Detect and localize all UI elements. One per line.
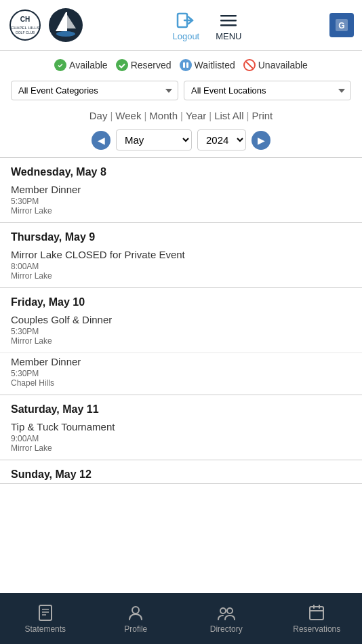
svg-point-1 bbox=[10, 10, 40, 40]
header: CH CHAPEL HILLS GOLF CLUB Logout bbox=[0, 0, 362, 51]
svg-rect-20 bbox=[186, 62, 188, 68]
svg-text:G: G bbox=[338, 21, 344, 31]
svg-rect-30 bbox=[310, 607, 323, 620]
view-year[interactable]: Year bbox=[186, 110, 206, 121]
chapel-hills-logo: CH CHAPEL HILLS GOLF CLUB bbox=[8, 7, 42, 44]
waitlisted-dot bbox=[180, 59, 192, 71]
reservations-icon bbox=[308, 604, 325, 622]
view-list-all[interactable]: List All bbox=[214, 110, 243, 121]
logout-label: Logout bbox=[172, 31, 199, 41]
day-header: Friday, May 10 bbox=[0, 288, 362, 311]
svg-point-18 bbox=[180, 60, 191, 71]
directory-label: Directory bbox=[210, 624, 243, 634]
view-week[interactable]: Week bbox=[115, 110, 141, 121]
nav-statements[interactable]: Statements bbox=[0, 593, 91, 644]
svg-line-22 bbox=[246, 62, 253, 68]
svg-rect-11 bbox=[220, 15, 237, 17]
reserved-label: Reserved bbox=[131, 60, 172, 71]
categories-select[interactable]: All Event Categories bbox=[11, 81, 178, 100]
event-item[interactable]: Mirror Lake CLOSED for Private Event 8:0… bbox=[0, 246, 362, 287]
nav-directory[interactable]: Directory bbox=[181, 593, 272, 644]
menu-button[interactable]: MENU bbox=[216, 9, 241, 41]
event-location: Chapel Hills bbox=[11, 378, 351, 388]
svg-rect-19 bbox=[183, 62, 185, 68]
event-item[interactable]: Couples Golf & Dinner 5:30PM Mirror Lake bbox=[0, 311, 362, 353]
svg-text:GOLF CLUB: GOLF CLUB bbox=[16, 31, 35, 35]
locations-select[interactable]: All Event Locations bbox=[184, 81, 351, 100]
unavailable-label: Unavailable bbox=[258, 60, 308, 71]
logos: CH CHAPEL HILLS GOLF CLUB bbox=[8, 7, 85, 44]
nav-reservations[interactable]: Reservations bbox=[272, 593, 363, 644]
logout-button[interactable]: Logout bbox=[172, 9, 199, 41]
event-item[interactable]: Member Dinner 5:30PM Mirror Lake bbox=[0, 181, 362, 222]
event-item[interactable]: Member Dinner 5:30PM Chapel Hills bbox=[0, 353, 362, 395]
event-location: Mirror Lake bbox=[11, 443, 351, 453]
event-time: 5:30PM bbox=[11, 369, 351, 378]
legend-waitlisted: Waitlisted bbox=[180, 59, 235, 71]
day-group: Thursday, May 9 Mirror Lake CLOSED for P… bbox=[0, 223, 362, 288]
statements-label: Statements bbox=[24, 624, 66, 634]
profile-label: Profile bbox=[124, 624, 147, 634]
view-toggle: Day | Week | Month | Year | List All | P… bbox=[0, 106, 362, 125]
event-time: 5:30PM bbox=[11, 197, 351, 206]
day-header: Wednesday, May 8 bbox=[0, 158, 362, 181]
legend: Available Reserved Waitlisted Unavailabl… bbox=[0, 51, 362, 75]
svg-point-16 bbox=[57, 62, 64, 68]
menu-label: MENU bbox=[216, 31, 241, 41]
day-group: Sunday, May 12 bbox=[0, 460, 362, 484]
view-month[interactable]: Month bbox=[149, 110, 178, 121]
menu-icon bbox=[218, 9, 239, 31]
svg-rect-7 bbox=[66, 12, 67, 31]
reservations-label: Reservations bbox=[293, 624, 340, 634]
event-name: Couples Golf & Dinner bbox=[11, 314, 351, 325]
svg-rect-12 bbox=[220, 20, 237, 22]
view-day[interactable]: Day bbox=[89, 110, 108, 121]
month-year-bar: ◀ January February March April May June … bbox=[0, 125, 362, 157]
bottom-nav: Statements Profile Directory Reservation… bbox=[0, 593, 362, 644]
event-name: Tip & Tuck Tournament bbox=[11, 421, 351, 432]
event-item[interactable]: Tip & Tuck Tournament 9:00AM Mirror Lake bbox=[0, 418, 362, 460]
directory-icon bbox=[218, 604, 235, 622]
filters: All Event Categories All Event Locations bbox=[0, 75, 362, 106]
legend-unavailable: Unavailable bbox=[243, 59, 308, 71]
svg-rect-23 bbox=[39, 605, 52, 620]
day-header: Sunday, May 12 bbox=[0, 460, 362, 483]
month-select[interactable]: January February March April May June Ju… bbox=[116, 129, 192, 150]
reserved-dot bbox=[116, 59, 128, 71]
svg-point-17 bbox=[117, 60, 127, 71]
day-group: Friday, May 10 Couples Golf & Dinner 5:3… bbox=[0, 288, 362, 395]
event-location: Mirror Lake bbox=[11, 206, 351, 216]
next-month-button[interactable]: ▶ bbox=[252, 131, 270, 150]
svg-point-28 bbox=[220, 608, 226, 613]
svg-point-27 bbox=[132, 607, 139, 613]
legend-available: Available bbox=[54, 59, 108, 71]
svg-text:CH: CH bbox=[20, 16, 30, 23]
event-name: Member Dinner bbox=[11, 184, 351, 195]
available-label: Available bbox=[69, 60, 108, 71]
event-time: 9:00AM bbox=[11, 434, 351, 443]
view-print[interactable]: Print bbox=[252, 110, 273, 121]
corner-icon: G bbox=[329, 13, 354, 37]
day-header: Thursday, May 9 bbox=[0, 223, 362, 246]
legend-reserved: Reserved bbox=[116, 59, 172, 71]
event-time: 8:00AM bbox=[11, 262, 351, 271]
event-time: 5:30PM bbox=[11, 327, 351, 336]
day-group: Saturday, May 11 Tip & Tuck Tournament 9… bbox=[0, 395, 362, 460]
event-location: Mirror Lake bbox=[11, 336, 351, 346]
event-location: Mirror Lake bbox=[11, 271, 351, 281]
svg-rect-13 bbox=[220, 24, 237, 26]
waitlisted-label: Waitlisted bbox=[195, 60, 235, 71]
prev-month-button[interactable]: ◀ bbox=[92, 131, 110, 150]
year-select[interactable]: 2023 2024 2025 bbox=[197, 129, 246, 150]
svg-text:CHAPEL HILLS: CHAPEL HILLS bbox=[11, 26, 39, 30]
header-nav: Logout MENU bbox=[172, 9, 241, 41]
profile-icon bbox=[127, 604, 144, 622]
statements-icon bbox=[37, 604, 54, 622]
available-dot bbox=[54, 59, 66, 71]
nav-profile[interactable]: Profile bbox=[91, 593, 182, 644]
svg-point-29 bbox=[227, 608, 233, 613]
day-header: Saturday, May 11 bbox=[0, 395, 362, 418]
event-name: Mirror Lake CLOSED for Private Event bbox=[11, 249, 351, 260]
events-list: Wednesday, May 8 Member Dinner 5:30PM Mi… bbox=[0, 157, 362, 484]
mirror-lake-logo bbox=[47, 7, 85, 44]
